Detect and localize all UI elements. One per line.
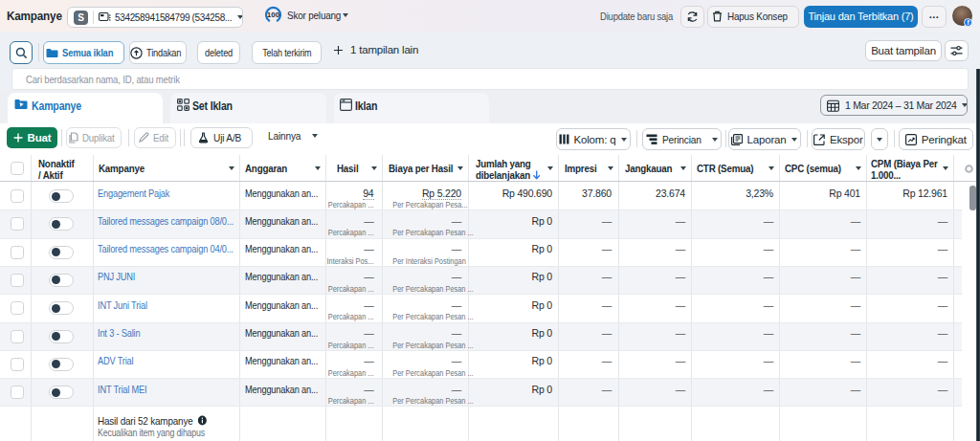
svg-text:100: 100 <box>267 11 280 19</box>
